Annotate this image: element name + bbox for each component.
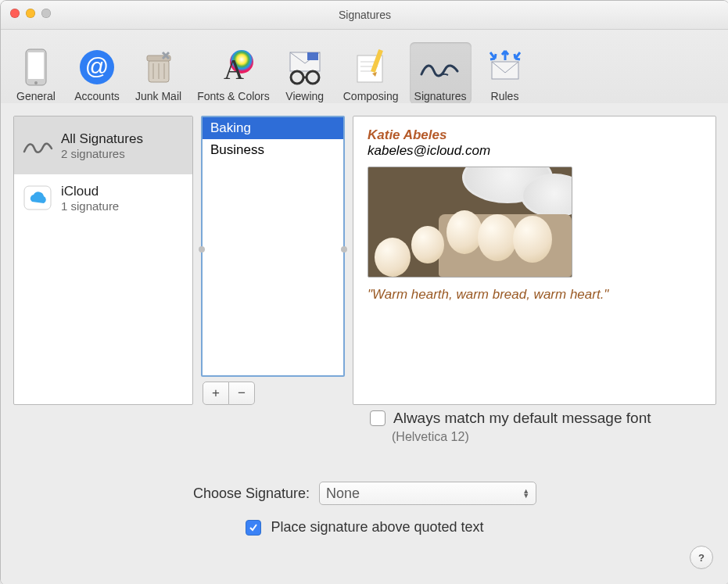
toolbar-label: Composing (343, 90, 399, 102)
choose-signature-popup[interactable]: None ▲▼ (319, 482, 536, 505)
match-default-font-checkbox[interactable] (370, 410, 386, 426)
svg-text:A: A (224, 54, 244, 85)
add-signature-button[interactable]: + (203, 382, 229, 405)
minus-icon: − (238, 385, 246, 401)
accounts-pane: All Signatures 2 signatures iCloud 1 sig… (13, 116, 193, 405)
zoom-window-button[interactable] (41, 9, 51, 18)
content-area: All Signatures 2 signatures iCloud 1 sig… (1, 103, 728, 584)
signature-icon (22, 130, 53, 161)
toolbar-tab-fonts[interactable]: A Fonts & Colors (192, 42, 274, 104)
preview-quote: "Warm hearth, warm bread, warm heart." (368, 287, 701, 303)
default-font-sublabel: (Helvetica 12) (392, 430, 705, 444)
svg-point-2 (34, 81, 38, 84)
signature-add-remove: + − (203, 382, 345, 405)
signature-icon (418, 45, 463, 88)
toolbar-tab-accounts[interactable]: @ Accounts (70, 42, 124, 104)
pencil-paper-icon (348, 45, 393, 88)
preferences-window: Signatures General @ Accounts Junk Mail (0, 0, 728, 584)
toolbar-label: Junk Mail (135, 90, 181, 102)
toolbar-tab-viewing[interactable]: Viewing (278, 42, 332, 104)
match-font-option: Always match my default message font (He… (370, 410, 705, 444)
toolbar-tab-signatures[interactable]: Signatures (410, 42, 472, 104)
stepper-arrows-icon: ▲▼ (522, 489, 529, 498)
glasses-envelope-icon (282, 45, 328, 88)
question-mark-icon: ? (698, 552, 705, 564)
account-row-icloud[interactable]: iCloud 1 signature (14, 174, 192, 221)
preview-image (368, 167, 572, 278)
toolbar-tab-composing[interactable]: Composing (339, 42, 403, 104)
titlebar: Signatures (1, 1, 728, 30)
bottom-options: Choose Signature: None ▲▼ Place signatur… (1, 475, 728, 536)
close-window-button[interactable] (10, 9, 20, 18)
svg-point-15 (307, 71, 319, 84)
panes: All Signatures 2 signatures iCloud 1 sig… (1, 103, 728, 405)
toolbar-tab-general[interactable]: General (9, 42, 63, 104)
toolbar-label: Rules (491, 90, 519, 102)
signature-name: Baking (210, 120, 251, 135)
svg-rect-22 (492, 62, 518, 79)
fonts-colors-icon: A (210, 45, 256, 88)
match-default-font-label: Always match my default message font (393, 410, 651, 427)
remove-signature-button[interactable]: − (229, 382, 255, 405)
svg-point-14 (291, 71, 303, 84)
toolbar-label: Fonts & Colors (197, 90, 270, 102)
window-title: Signatures (339, 9, 391, 21)
plus-icon: + (212, 385, 220, 401)
toolbar-label: General (16, 90, 56, 102)
svg-text:@: @ (85, 53, 109, 79)
splitter-grip[interactable] (341, 246, 347, 253)
choose-signature-label: Choose Signature: (193, 485, 310, 502)
svg-rect-1 (28, 52, 44, 79)
splitter-grip[interactable] (199, 246, 205, 253)
account-subtitle: 1 signature (61, 199, 119, 213)
at-sign-icon: @ (74, 45, 120, 88)
signature-item-business[interactable]: Business (203, 139, 343, 161)
window-controls (10, 9, 51, 18)
preview-name: Katie Abeles (368, 127, 701, 143)
signature-item-baking[interactable]: Baking (203, 117, 343, 139)
svg-rect-13 (307, 52, 318, 60)
iphone-icon (13, 45, 59, 88)
signatures-list[interactable]: Baking Business (201, 116, 345, 377)
place-above-quoted-label: Place signature above quoted text (271, 519, 483, 536)
icloud-icon (22, 182, 53, 213)
toolbar-label: Viewing (285, 90, 324, 102)
help-button[interactable]: ? (690, 546, 713, 569)
account-row-all-signatures[interactable]: All Signatures 2 signatures (14, 116, 192, 174)
account-subtitle: 2 signatures (61, 147, 143, 160)
preferences-toolbar: General @ Accounts Junk Mail A Fonts & C (1, 30, 728, 109)
account-title: All Signatures (61, 131, 143, 147)
minimize-window-button[interactable] (26, 9, 35, 18)
account-title: iCloud (61, 184, 119, 199)
toolbar-label: Accounts (74, 90, 120, 102)
toolbar-tab-junk[interactable]: Junk Mail (131, 42, 186, 104)
signature-name: Business (210, 142, 264, 157)
toolbar-label: Signatures (414, 90, 467, 102)
place-above-quoted-checkbox[interactable] (246, 520, 261, 536)
choose-signature-value: None (326, 485, 360, 502)
rules-envelope-icon (482, 45, 528, 88)
preview-email: kabeles@icloud.com (368, 143, 701, 159)
signature-preview[interactable]: Katie Abeles kabeles@icloud.com "Warm he… (353, 116, 716, 405)
trash-icon (136, 45, 181, 88)
toolbar-tab-rules[interactable]: Rules (478, 42, 533, 104)
